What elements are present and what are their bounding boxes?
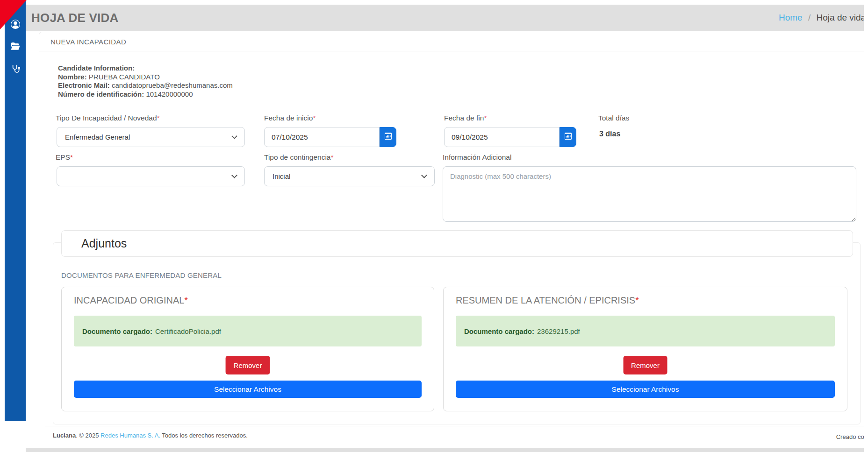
- candidate-heading: Candidate Information:: [58, 64, 135, 72]
- corner-ribbon: [0, 0, 27, 29]
- document-title: RESUMEN DE LA ATENCIÓN / EPICRISIS*: [456, 295, 639, 306]
- chevron-down-icon: [231, 172, 237, 178]
- tipo-incapacidad-select[interactable]: Enfermedad General: [57, 127, 245, 147]
- eps-label: EPS*: [56, 153, 73, 162]
- uploaded-document-alert: Documento cargado: CertificadoPolicia.pd…: [74, 316, 422, 346]
- page: HOJA DE VIDA Home / Hoja de vida NUEVA I…: [0, 0, 868, 452]
- fecha-inicio-label: Fecha de inicio*: [264, 114, 316, 122]
- uploaded-label: Documento cargado:: [464, 327, 534, 335]
- candidate-name-label: Nombre:: [58, 73, 87, 81]
- top-header: HOJA DE VIDA Home / Hoja de vida: [26, 5, 864, 31]
- candidate-email-label: Electronic Mail:: [58, 81, 110, 89]
- fecha-fin-calendar-button[interactable]: [560, 127, 576, 147]
- adjuntos-header: Adjuntos: [61, 230, 853, 257]
- nueva-incapacidad-card: NUEVA INCAPACIDAD Candidate Information:…: [39, 32, 864, 449]
- calendar-icon: [565, 133, 572, 141]
- page-title: HOJA DE VIDA: [31, 11, 118, 25]
- candidate-id: 101420000000: [146, 90, 193, 98]
- footer-company-link[interactable]: Redes Humanas S. A.: [100, 432, 160, 439]
- seleccionar-archivos-button[interactable]: Seleccionar Archivos: [74, 381, 422, 398]
- stethoscope-icon: [10, 64, 20, 74]
- candidate-email: candidatoprueba@redeshumanas.com: [112, 81, 233, 89]
- sidebar-item-documents[interactable]: [5, 42, 26, 51]
- footer-brand: Luciana: [53, 432, 76, 439]
- fecha-inicio-input[interactable]: [264, 127, 380, 147]
- footer-rights: Todos los derechos reservados.: [160, 432, 248, 439]
- footer-copyright: . © 2025: [76, 432, 100, 439]
- bottom-scrollbar-track[interactable]: [26, 448, 864, 452]
- breadcrumb: Home / Hoja de vida: [779, 13, 864, 23]
- total-dias-label: Total días: [598, 114, 629, 122]
- remover-button[interactable]: Remover: [623, 356, 667, 374]
- chevron-down-icon: [421, 172, 427, 178]
- document-card-incapacidad: INCAPACIDAD ORIGINAL* Documento cargado:…: [61, 287, 434, 411]
- uploaded-label: Documento cargado:: [82, 327, 152, 335]
- adjuntos-title: Adjuntos: [81, 237, 127, 250]
- calendar-icon: [385, 133, 392, 141]
- tipo-incapacidad-label: Tipo De Incapacidad / Novedad*: [56, 114, 160, 122]
- breadcrumb-separator: /: [805, 13, 814, 22]
- documents-section-heading: DOCUMENTOS PARA ENFERMEDAD GENERAL: [61, 271, 222, 279]
- uploaded-filename: CertificadoPolicia.pdf: [155, 327, 221, 335]
- footer-divider: [45, 426, 864, 426]
- footer: Luciana. © 2025 Redes Humanas S. A. Todo…: [53, 432, 864, 446]
- main-content: NUEVA INCAPACIDAD Candidate Information:…: [26, 31, 864, 449]
- tipo-contingencia-select[interactable]: Inicial: [264, 166, 435, 186]
- candidate-id-label: Número de identificación:: [58, 90, 144, 98]
- total-dias-value: 3 días: [599, 130, 620, 138]
- uploaded-filename: 23629215.pdf: [537, 327, 580, 335]
- informacion-adicional-label: Información Adicional: [443, 153, 511, 162]
- breadcrumb-current: Hoja de vida: [817, 13, 864, 22]
- remover-button[interactable]: Remover: [226, 356, 270, 374]
- document-title: INCAPACIDAD ORIGINAL*: [74, 295, 188, 306]
- uploaded-document-alert: Documento cargado: 23629215.pdf: [456, 316, 835, 346]
- chevron-down-icon: [231, 133, 237, 139]
- fecha-fin-label: Fecha de fin*: [444, 114, 487, 122]
- document-card-epicrisis: RESUMEN DE LA ATENCIÓN / EPICRISIS* Docu…: [443, 287, 847, 411]
- breadcrumb-home-link[interactable]: Home: [779, 13, 803, 22]
- seleccionar-archivos-button[interactable]: Seleccionar Archivos: [456, 381, 835, 398]
- tipo-contingencia-label: Tipo de contingencia*: [264, 153, 334, 162]
- folder-open-icon: [10, 42, 20, 51]
- sidebar-item-health[interactable]: [5, 64, 26, 74]
- candidate-name: PRUEBA CANDIDATO: [89, 73, 160, 81]
- candidate-info: Candidate Information: Nombre: PRUEBA CA…: [58, 64, 233, 99]
- fecha-fin-input[interactable]: [444, 127, 560, 147]
- footer-created-with: Creado con el: [836, 433, 864, 440]
- card-title: NUEVA INCAPACIDAD: [39, 32, 864, 51]
- sidebar: [5, 0, 26, 421]
- informacion-adicional-textarea[interactable]: [443, 166, 856, 222]
- eps-select[interactable]: [57, 166, 245, 186]
- fecha-inicio-calendar-button[interactable]: [380, 127, 396, 147]
